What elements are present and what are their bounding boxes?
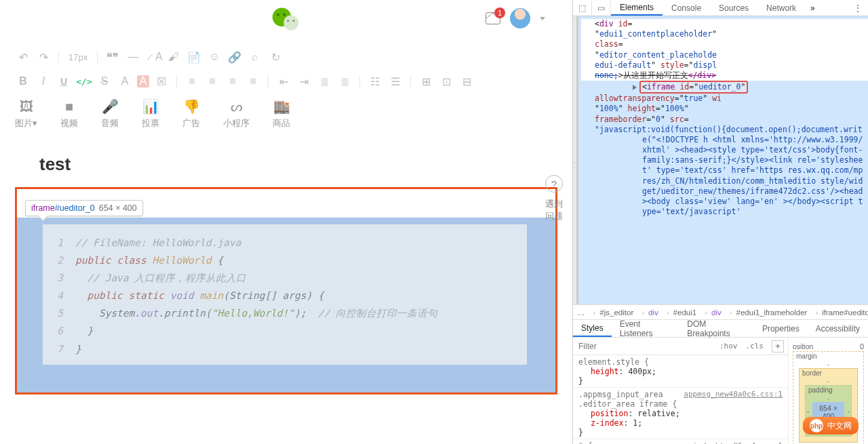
align-left-button[interactable]: ≡ bbox=[184, 73, 200, 89]
toolbar-row-1: ↶ ↷ 17px ❝❞ — ⟋A 🖌 📄 ☺ 🔗 ⌕ ↻ bbox=[15, 45, 557, 69]
rule-source-link[interactable]: weui-deskto…86ce4.css:1 bbox=[679, 441, 783, 444]
editor-body: test iframe#ueditor_0654 × 400 1// FileN… bbox=[0, 139, 572, 441]
align-right-button[interactable]: ≡ bbox=[224, 73, 241, 89]
redo-button[interactable]: ↷ bbox=[35, 49, 52, 65]
link-button[interactable]: 🔗 bbox=[226, 49, 243, 65]
svg-point-3 bbox=[283, 14, 285, 16]
cls-toggle[interactable]: .cls bbox=[742, 342, 768, 350]
notif-badge: 1 bbox=[494, 7, 505, 18]
emoji-button[interactable]: ☺ bbox=[206, 49, 222, 65]
bold-button[interactable]: B bbox=[15, 73, 31, 89]
insert-miniprogram-button[interactable]: ᔕ小程序 bbox=[223, 99, 250, 129]
bc-item[interactable]: #js_editor bbox=[589, 308, 638, 317]
tab-sources[interactable]: Sources bbox=[710, 0, 757, 16]
italic-button[interactable]: I bbox=[35, 73, 52, 89]
tooltip-dim: 654 × 400 bbox=[99, 203, 137, 213]
insert-video-button[interactable]: ■视频 bbox=[60, 99, 78, 129]
bm-padding-label: padding bbox=[808, 386, 833, 394]
unordered-list-button[interactable]: ☰ bbox=[387, 73, 403, 89]
undo-button[interactable]: ↶ bbox=[15, 49, 31, 65]
breadcrumb[interactable]: … #js_editor div #edui1 div #edui1_ifram… bbox=[573, 304, 868, 319]
tab-dom-breakpoints[interactable]: DOM Breakpoints bbox=[679, 320, 754, 337]
tab-accessibility[interactable]: Accessibility bbox=[808, 320, 868, 337]
align-center-button[interactable]: ≡ bbox=[204, 73, 220, 89]
paste-button[interactable]: 📄 bbox=[186, 49, 202, 65]
bc-item[interactable]: #edui1_iframeholder bbox=[726, 308, 812, 317]
indent-button[interactable]: ⇥ bbox=[296, 73, 312, 89]
wechat-logo-icon bbox=[271, 6, 302, 33]
remove-format-button[interactable]: ☒ bbox=[153, 73, 170, 89]
css-rule[interactable]: weui-deskto…86ce4.css:1 * { bbox=[573, 439, 788, 444]
tab-elements[interactable]: Elements bbox=[611, 0, 663, 16]
editor-pane: 1 ↶ ↷ 17px ❝❞ — ⟋A 🖌 📄 ☺ 🔗 ⌕ ↻ B I U </ bbox=[0, 0, 572, 444]
shop-icon: 🏬 bbox=[274, 99, 289, 114]
bc-item[interactable]: div bbox=[701, 308, 726, 317]
code-button[interactable]: </> bbox=[76, 73, 92, 89]
code-block: 1// FileName: HelloWorld.java 2public cl… bbox=[43, 224, 527, 365]
bm-position-value: 0 bbox=[860, 342, 864, 350]
devtools-tabs: ⬚ ▭ Elements Console Sources Network » ⋮ bbox=[573, 0, 868, 16]
separator bbox=[58, 51, 59, 63]
insert-audio-button[interactable]: 🎤音频 bbox=[101, 99, 119, 129]
bc-item[interactable]: iframe#ueditor_0 bbox=[811, 308, 868, 317]
bc-item[interactable]: #edui1 bbox=[663, 308, 701, 317]
new-rule-button[interactable]: + bbox=[772, 340, 784, 352]
reset-button[interactable]: ↻ bbox=[267, 49, 283, 65]
device-toggle-button[interactable]: ▭ bbox=[592, 1, 611, 16]
spacing-button[interactable]: ≣ bbox=[336, 73, 353, 89]
find-button[interactable]: ⌕ bbox=[247, 49, 263, 65]
underline-button[interactable]: U bbox=[56, 73, 72, 89]
tab-console[interactable]: Console bbox=[663, 0, 710, 16]
separator bbox=[268, 75, 269, 87]
inspector-tooltip: iframe#ueditor_0654 × 400 bbox=[25, 200, 143, 216]
hr-button[interactable]: — bbox=[125, 49, 141, 65]
bc-item[interactable]: … bbox=[573, 308, 589, 317]
bc-item[interactable]: div bbox=[637, 308, 663, 317]
rule-source-link[interactable]: appmsg_new48a0c6.css:1 bbox=[684, 390, 783, 399]
notifications-button[interactable]: 1 bbox=[486, 12, 500, 24]
format-painter-button[interactable]: 🖌 bbox=[165, 49, 182, 65]
styles-filter-input[interactable] bbox=[573, 339, 715, 354]
tab-properties[interactable]: Properties bbox=[754, 320, 808, 337]
tab-network[interactable]: Network bbox=[757, 0, 805, 16]
expand-icon[interactable] bbox=[633, 85, 637, 90]
css-rule[interactable]: element.style { height: 400px; } bbox=[573, 355, 788, 388]
tab-event-listeners[interactable]: Event Listeners bbox=[612, 320, 679, 337]
float-left-button[interactable]: ⊞ bbox=[418, 73, 434, 89]
blockquote-button[interactable]: ❝❞ bbox=[104, 49, 121, 65]
float-none-button[interactable]: ⊟ bbox=[458, 73, 475, 89]
forecolor-button[interactable]: A bbox=[117, 73, 133, 89]
insert-product-button[interactable]: 🏬商品 bbox=[273, 99, 290, 129]
article-title-input[interactable]: test bbox=[15, 146, 557, 180]
editor-iframe[interactable]: iframe#ueditor_0654 × 400 1// FileName: … bbox=[15, 187, 557, 395]
help-panel[interactable]: ? 遇到问题 bbox=[540, 175, 568, 222]
insert-row: 🖼图片▾ ■视频 🎤音频 📊投票 👎广告 ᔕ小程序 🏬商品 bbox=[0, 94, 572, 139]
avatar[interactable] bbox=[510, 8, 530, 28]
styles-tabs: Styles Event Listeners DOM Breakpoints P… bbox=[573, 319, 868, 337]
clear-format-button[interactable]: ⟋A bbox=[145, 49, 161, 65]
devtools-menu-button[interactable]: ⋮ bbox=[848, 3, 868, 13]
tabs-overflow-button[interactable]: » bbox=[805, 3, 820, 13]
ordered-list-button[interactable]: ☷ bbox=[367, 73, 383, 89]
float-right-button[interactable]: ⊡ bbox=[438, 73, 454, 89]
dom-tree[interactable]: <div id= "edui1_contentplaceholder" clas… bbox=[578, 16, 868, 304]
tab-styles[interactable]: Styles bbox=[573, 320, 612, 337]
outdent-button[interactable]: ⇤ bbox=[275, 73, 292, 89]
insert-vote-button[interactable]: 📊投票 bbox=[142, 99, 159, 129]
elements-tree[interactable]: … <div id= "edui1_contentplaceholder" cl… bbox=[573, 16, 868, 304]
css-rule[interactable]: appmsg_new48a0c6.css:1 .appmsg_input_are… bbox=[573, 388, 788, 439]
video-icon: ■ bbox=[62, 99, 77, 114]
css-rules[interactable]: :hov .cls + element.style { height: 400p… bbox=[573, 338, 788, 444]
align-justify-button[interactable]: ≡ bbox=[245, 73, 261, 89]
insert-ad-button[interactable]: 👎广告 bbox=[182, 99, 200, 129]
selected-node[interactable]: <iframe id="ueditor_0" bbox=[581, 81, 868, 94]
watermark: php中文网 bbox=[803, 417, 859, 435]
font-size-select[interactable]: 17px bbox=[66, 49, 90, 65]
insert-image-button[interactable]: 🖼图片▾ bbox=[15, 99, 37, 129]
caret-down-icon[interactable] bbox=[540, 17, 545, 20]
hov-toggle[interactable]: :hov bbox=[715, 342, 742, 350]
lineheight-button[interactable]: ≣ bbox=[316, 73, 332, 89]
inspect-element-button[interactable]: ⬚ bbox=[573, 1, 592, 16]
backcolor-button[interactable]: A bbox=[137, 75, 149, 87]
strike-button[interactable]: S bbox=[96, 73, 113, 89]
